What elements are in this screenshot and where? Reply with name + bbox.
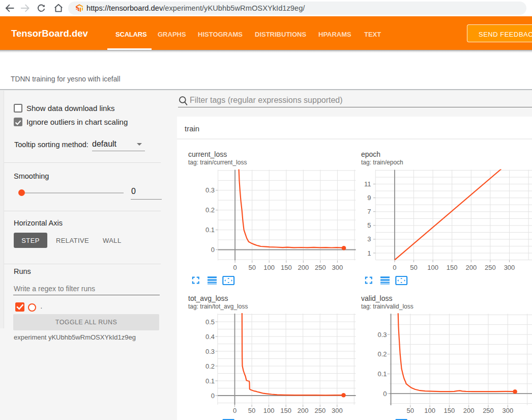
svg-text:250: 250 [483,407,494,414]
svg-text:150: 150 [444,407,455,414]
svg-text:300: 300 [332,264,343,271]
svg-text:200: 200 [463,407,475,414]
svg-text:0: 0 [393,264,396,271]
svg-text:0: 0 [383,390,387,398]
svg-text:0: 0 [233,407,237,414]
svg-text:1: 1 [367,249,371,257]
svg-text:250: 250 [315,264,326,271]
svg-text:250: 250 [485,264,496,271]
svg-text:0.5: 0.5 [205,318,215,326]
svg-text:0.1: 0.1 [205,377,215,385]
svg-text:0.3: 0.3 [205,348,215,355]
svg-text:150: 150 [447,264,458,271]
svg-text:0: 0 [211,246,215,254]
svg-text:150: 150 [280,407,291,414]
svg-text:300: 300 [332,407,343,414]
svg-text:9: 9 [367,194,371,202]
svg-text:0.3: 0.3 [377,331,387,339]
svg-text:50: 50 [248,407,255,414]
svg-text:200: 200 [298,407,309,414]
svg-text:50: 50 [407,407,414,414]
svg-text:7: 7 [367,208,371,215]
svg-text:0.1: 0.1 [377,370,387,378]
svg-text:11: 11 [364,180,371,188]
svg-text:150: 150 [281,264,292,271]
svg-text:200: 200 [298,264,309,271]
svg-text:200: 200 [465,264,477,271]
svg-text:100: 100 [427,264,438,271]
svg-text:50: 50 [410,264,417,271]
svg-text:250: 250 [314,407,326,414]
svg-text:100: 100 [263,264,275,271]
svg-text:0.3: 0.3 [205,186,215,194]
svg-text:300: 300 [502,407,513,414]
svg-text:100: 100 [424,407,435,414]
svg-text:0.4: 0.4 [205,333,215,341]
svg-text:0.1: 0.1 [205,226,215,234]
svg-text:0: 0 [211,392,215,400]
svg-text:0.2: 0.2 [205,206,215,214]
svg-text:50: 50 [248,264,255,271]
svg-text:0.2: 0.2 [377,350,387,358]
svg-text:0.2: 0.2 [205,362,215,370]
svg-text:100: 100 [263,407,275,414]
svg-text:3: 3 [367,235,371,243]
svg-text:5: 5 [367,221,371,229]
svg-text:300: 300 [504,264,515,271]
svg-text:0: 0 [233,264,237,271]
